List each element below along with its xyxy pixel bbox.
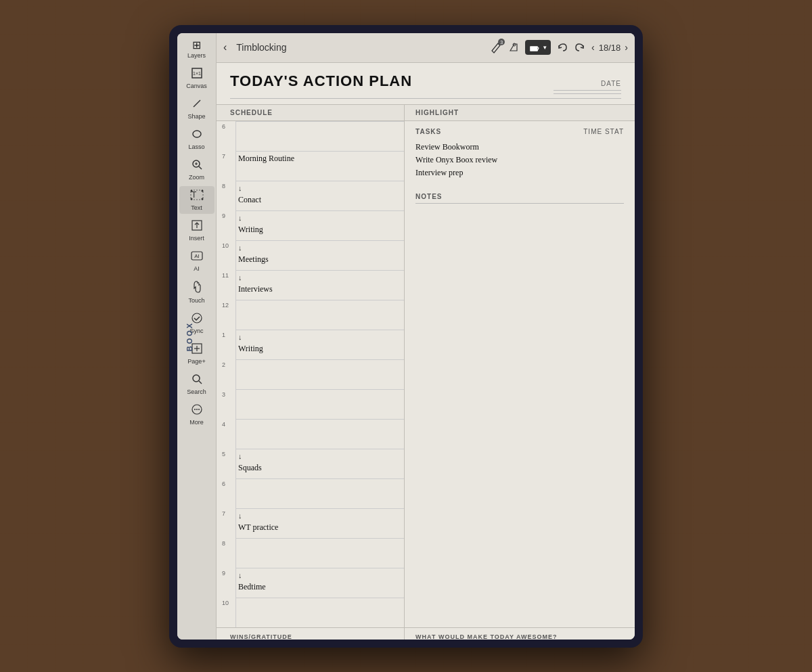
back-button[interactable]: ‹ [223, 41, 227, 53]
time-content-12 [235, 300, 404, 304]
entry-squads: Squads [238, 462, 401, 474]
awesome-section: WHAT WOULD MAKE TODAY AWESOME? [405, 628, 635, 640]
time-row-6: 6 [217, 121, 404, 151]
toolbar: ‹ Timblocking 3 [217, 33, 635, 63]
insert-icon [191, 219, 203, 233]
time-content-5: ↓ Squads [235, 449, 404, 476]
time-content-8b [235, 538, 404, 542]
time-row-9: 9 ↓ Writing [217, 210, 404, 240]
sidebar-item-text[interactable]: T Text [179, 186, 215, 214]
undo-button[interactable] [556, 41, 568, 53]
sidebar-item-sync[interactable]: Sync [179, 309, 215, 337]
page-indicator: 18/18 [599, 43, 621, 53]
sidebar-item-touch[interactable]: Touch [179, 277, 215, 307]
wins-section: WINS/GRATITUDE [217, 628, 405, 640]
layers-icon: ⊞ [192, 40, 201, 51]
time-9: 9 [217, 210, 235, 219]
svg-point-26 [196, 409, 198, 410]
tasks-label: TASKS [415, 128, 441, 135]
sidebar-item-canvas[interactable]: 1×1 Canvas [179, 64, 215, 92]
time-8b: 8 [217, 538, 235, 547]
time-content-4 [235, 419, 404, 423]
time-row-8: 8 ↓ Conact [217, 181, 404, 210]
sidebar-item-insert[interactable]: Insert [179, 217, 215, 244]
arrow-5: ↓ [238, 451, 401, 462]
time-4: 4 [217, 419, 235, 428]
zoom-icon [191, 158, 203, 173]
sidebar-item-ai[interactable]: AI AI [179, 247, 215, 275]
time-8: 8 [217, 181, 235, 189]
entry-meetings: Meetings [238, 254, 401, 265]
active-indicator: ▼ [542, 45, 547, 51]
svg-line-23 [199, 381, 202, 384]
svg-point-27 [198, 409, 200, 410]
time-row-6b: 6 [217, 478, 404, 508]
sidebar-label-touch: Touch [188, 297, 204, 304]
highlighter-tool-button[interactable]: ▼ [525, 40, 551, 55]
time-content-8: ↓ Conact [235, 181, 404, 208]
svg-point-22 [193, 375, 200, 382]
time-12: 12 [217, 300, 235, 309]
time-content-2 [235, 359, 404, 363]
time-content-7: Morning Routine [235, 151, 404, 166]
time-content-1: ↓ Writing [235, 330, 404, 357]
time-content-9b: ↓ Bedtime [235, 568, 404, 595]
next-page-button[interactable]: › [625, 42, 628, 53]
sidebar-item-zoom[interactable]: Zoom [179, 156, 215, 183]
time-row-2: 2 [217, 359, 404, 389]
arrow-9b: ↓ [238, 570, 401, 581]
sidebar-label-insert: Insert [189, 235, 204, 242]
sidebar-label-ai: AI [194, 265, 200, 272]
tasks-header: TASKS TIME STAT [415, 128, 624, 135]
svg-point-10 [190, 189, 192, 192]
time-6: 6 [217, 121, 235, 130]
svg-line-2 [194, 100, 200, 107]
sidebar-label-search: Search [187, 388, 206, 395]
wins-label: WINS/GRATITUDE [230, 633, 390, 640]
time-1: 1 [217, 330, 235, 338]
svg-text:AI: AI [194, 253, 200, 259]
time-row-4: 4 [217, 419, 404, 449]
tasks-list: Review Bookworm Write Onyx Boox review I… [415, 141, 624, 180]
time-row-5: 5 ↓ Squads [217, 449, 404, 478]
sidebar-item-more[interactable]: More [179, 401, 215, 428]
device-frame: BOOX ⊞ Layers 1×1 Canvas [169, 25, 643, 648]
highlight-column: TASKS TIME STAT Review Bookworm Write On… [405, 121, 635, 627]
svg-point-3 [193, 131, 201, 137]
redo-button[interactable] [574, 41, 586, 53]
ai-icon: AI [191, 250, 203, 264]
time-row-1: 1 ↓ Writing [217, 330, 404, 359]
eraser-tool-button[interactable] [508, 41, 520, 53]
svg-point-13 [201, 198, 203, 200]
time-stat-label: TIME STAT [583, 128, 624, 135]
arrow-11: ↓ [238, 273, 401, 283]
toolbar-title: Timblocking [236, 42, 483, 53]
touch-icon [191, 280, 203, 296]
time-row-11: 11 ↓ Interviews [217, 270, 404, 300]
date-label: DATE [601, 80, 621, 87]
time-content-9: ↓ Writing [235, 210, 404, 238]
sidebar-item-search[interactable]: Search [179, 370, 215, 398]
pen-tool-button[interactable]: 3 [490, 41, 502, 53]
canvas-icon: 1×1 [191, 67, 203, 81]
sidebar-item-page-plus[interactable]: Page+ [179, 340, 215, 367]
main-content: ‹ Timblocking 3 [217, 33, 635, 640]
brand-label: BOOX [185, 321, 194, 351]
entry-morning-routine: Morning Routine [238, 153, 401, 164]
time-content-6 [235, 121, 404, 125]
awesome-label: WHAT WOULD MAKE TODAY AWESOME? [415, 633, 624, 640]
task-2: Write Onyx Boox review [415, 154, 624, 166]
time-row-10b: 10 [217, 598, 404, 627]
time-10b: 10 [217, 598, 235, 606]
arrow-10: ↓ [238, 243, 401, 253]
sidebar-item-layers[interactable]: ⊞ Layers [179, 37, 215, 62]
time-content-10b [235, 598, 404, 602]
time-row-8b: 8 [217, 538, 404, 568]
svg-point-12 [190, 198, 192, 200]
sidebar-item-lasso[interactable]: Lasso [179, 125, 215, 153]
shape-icon [191, 97, 203, 112]
highlight-header: HIGHLIGHT [405, 105, 635, 120]
sidebar-item-shape[interactable]: Shape [179, 95, 215, 122]
prev-page-button[interactable]: ‹ [591, 42, 595, 53]
svg-text:T: T [191, 190, 197, 200]
